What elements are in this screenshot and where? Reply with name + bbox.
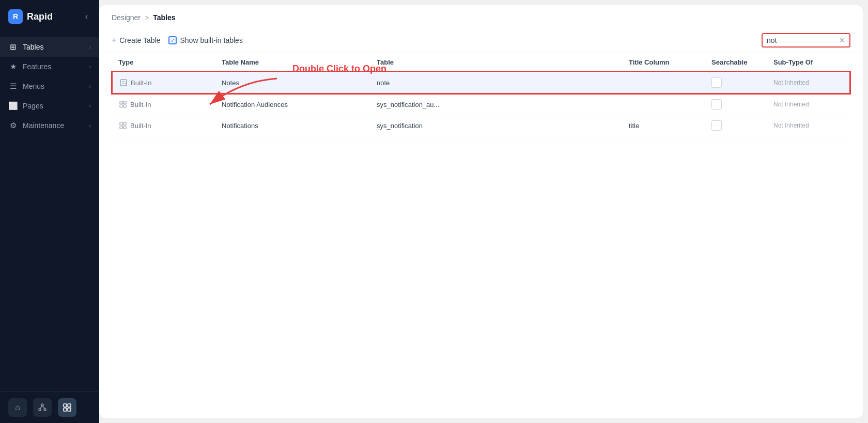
svg-rect-18 — [123, 122, 126, 125]
menus-icon: ☰ — [8, 82, 18, 91]
table-row[interactable]: Built-In Notification Audiences sys_noti… — [112, 93, 850, 115]
breadcrumb: Designer > Tables — [112, 13, 850, 22]
sidebar-item-features[interactable]: ★ Features › — [0, 57, 99, 76]
svg-rect-16 — [123, 105, 126, 107]
sidebar-item-label: Menus — [23, 82, 44, 90]
sidebar-item-label: Maintenance — [23, 121, 64, 130]
note-icon — [119, 78, 128, 87]
chevron-right-icon: › — [89, 64, 91, 70]
grid-icon — [118, 100, 128, 109]
breadcrumb-parent: Designer — [112, 13, 141, 22]
svg-line-4 — [42, 406, 45, 409]
nodes-button[interactable] — [33, 398, 52, 417]
sidebar-item-label: Tables — [23, 43, 43, 51]
svg-rect-6 — [68, 404, 71, 407]
breadcrumb-separator: > — [145, 13, 149, 22]
features-icon: ★ — [8, 62, 18, 71]
app-name: Rapid — [27, 11, 53, 22]
col-header-table-name: Table Name — [215, 53, 370, 72]
cell-type: Built-In — [112, 93, 215, 115]
breadcrumb-current: Tables — [153, 13, 175, 22]
search-clear-button[interactable]: ✕ — [835, 34, 849, 46]
pages-icon: ⬜ — [8, 101, 18, 111]
svg-rect-15 — [120, 105, 122, 107]
svg-rect-5 — [64, 404, 67, 407]
svg-rect-17 — [120, 122, 122, 125]
cell-title-column: title — [623, 115, 705, 136]
cell-searchable — [705, 72, 767, 93]
svg-rect-20 — [123, 126, 126, 129]
tables-icon: ⊞ — [8, 42, 18, 52]
cell-sub-type: Not Inherited — [767, 115, 850, 136]
cell-sub-type: Not Inherited — [767, 72, 850, 93]
table-row[interactable]: Built-In Notifications sys_notification … — [112, 115, 850, 136]
create-table-button[interactable]: + Create Table — [112, 36, 160, 45]
searchable-checkbox[interactable] — [711, 77, 722, 88]
maintenance-icon: ⚙ — [8, 121, 18, 130]
sidebar-item-tables[interactable]: ⊞ Tables › — [0, 37, 99, 57]
chevron-right-icon: › — [89, 44, 91, 50]
cell-title-column — [623, 72, 705, 93]
chevron-right-icon: › — [89, 103, 91, 109]
sidebar-bottom: ⌂ — [0, 391, 99, 423]
main-content: Designer > Tables + Create Table ✓ Show … — [99, 5, 863, 418]
cell-sub-type: Not Inherited — [767, 93, 850, 115]
col-header-sub-type: Sub-Type Of — [767, 53, 850, 72]
sidebar-item-label: Pages — [23, 102, 43, 110]
chevron-right-icon: › — [89, 83, 91, 89]
create-table-label: Create Table — [119, 36, 160, 44]
sidebar-item-pages[interactable]: ⬜ Pages › — [0, 96, 99, 116]
sidebar-item-menus[interactable]: ☰ Menus › — [0, 76, 99, 96]
annotation-container: Double Click to Open Type — [112, 53, 850, 136]
sidebar-collapse-button[interactable]: ‹ — [82, 11, 91, 22]
cell-table-name: Notifications — [215, 115, 370, 136]
svg-rect-10 — [120, 80, 127, 86]
searchable-checkbox[interactable] — [711, 99, 722, 109]
cell-searchable — [705, 93, 767, 115]
sidebar-item-maintenance[interactable]: ⚙ Maintenance › — [0, 116, 99, 135]
svg-rect-19 — [120, 126, 122, 129]
chevron-right-icon: › — [89, 122, 91, 129]
type-badge: Built-In — [118, 100, 209, 109]
type-badge: Built-In — [118, 121, 209, 130]
show-builtin-label: Show built-in tables — [180, 36, 242, 44]
search-box: ✕ — [762, 33, 850, 48]
sidebar: R Rapid ‹ ⊞ Tables › ★ Features › ☰ Menu… — [0, 0, 99, 423]
table-area: Double Click to Open Type — [99, 53, 863, 418]
svg-line-3 — [40, 406, 42, 409]
app-logo: R Rapid ‹ — [0, 0, 99, 33]
svg-rect-8 — [68, 408, 71, 411]
cell-table-name: Notification Audiences — [215, 93, 370, 115]
cell-title-column — [623, 93, 705, 115]
svg-point-0 — [41, 404, 43, 406]
col-header-searchable: Searchable — [705, 53, 767, 72]
col-header-title-column: Title Column — [623, 53, 705, 72]
logo-icon: R — [8, 9, 23, 24]
show-builtin-toggle[interactable]: ✓ Show built-in tables — [168, 36, 242, 44]
toolbar: + Create Table ✓ Show built-in tables ✕ — [112, 28, 850, 53]
search-input[interactable] — [763, 34, 835, 46]
table-row[interactable]: Built-In Notes note Not Inherited — [112, 72, 850, 93]
col-header-type: Type — [112, 53, 215, 72]
designer-button[interactable] — [58, 398, 76, 417]
type-badge: Built-In — [119, 78, 209, 87]
searchable-checkbox[interactable] — [711, 120, 722, 131]
cell-searchable — [705, 115, 767, 136]
cell-table-name: Notes — [215, 72, 370, 93]
main-header: Designer > Tables + Create Table ✓ Show … — [99, 5, 863, 53]
checkbox-checked-icon: ✓ — [168, 36, 177, 44]
col-header-table: Table — [370, 53, 623, 72]
grid-icon — [118, 121, 128, 130]
sidebar-item-label: Features — [23, 62, 51, 71]
plus-icon: + — [112, 36, 116, 45]
svg-rect-7 — [64, 408, 67, 411]
tables-table: Type Table Name Table Title Column Searc — [112, 53, 850, 136]
cell-table: note — [370, 72, 623, 93]
svg-point-2 — [44, 409, 46, 411]
sidebar-nav: ⊞ Tables › ★ Features › ☰ Menus › ⬜ Page… — [0, 33, 99, 391]
cell-table: sys_notification — [370, 115, 623, 136]
home-button[interactable]: ⌂ — [8, 398, 27, 417]
cell-type: Built-In — [112, 72, 215, 93]
svg-point-1 — [39, 409, 41, 411]
cell-table: sys_notification_au... — [370, 93, 623, 115]
